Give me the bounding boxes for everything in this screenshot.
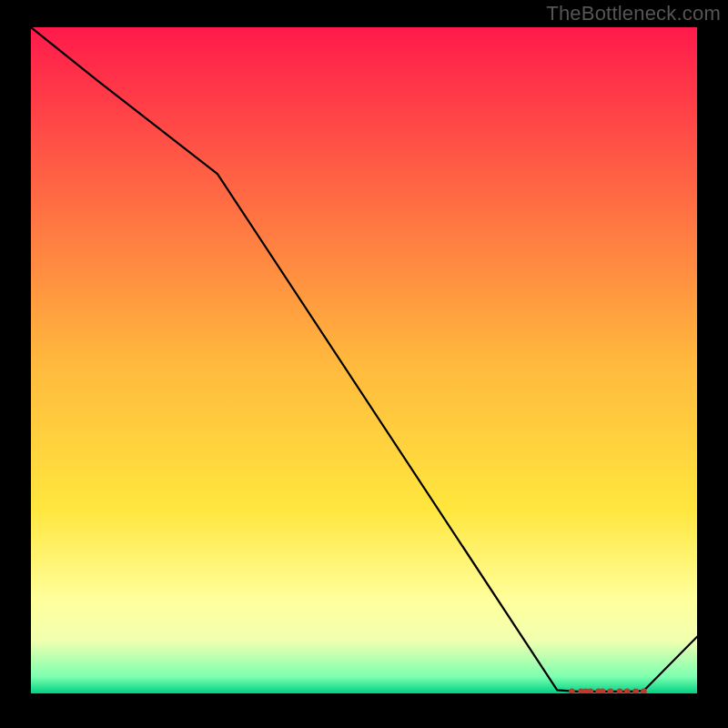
gradient-background [31,27,697,693]
plot-svg [31,27,697,693]
chart-frame: TheBottleneck.com [0,0,728,728]
plot-area [31,27,697,693]
watermark-text: TheBottleneck.com [546,2,721,25]
